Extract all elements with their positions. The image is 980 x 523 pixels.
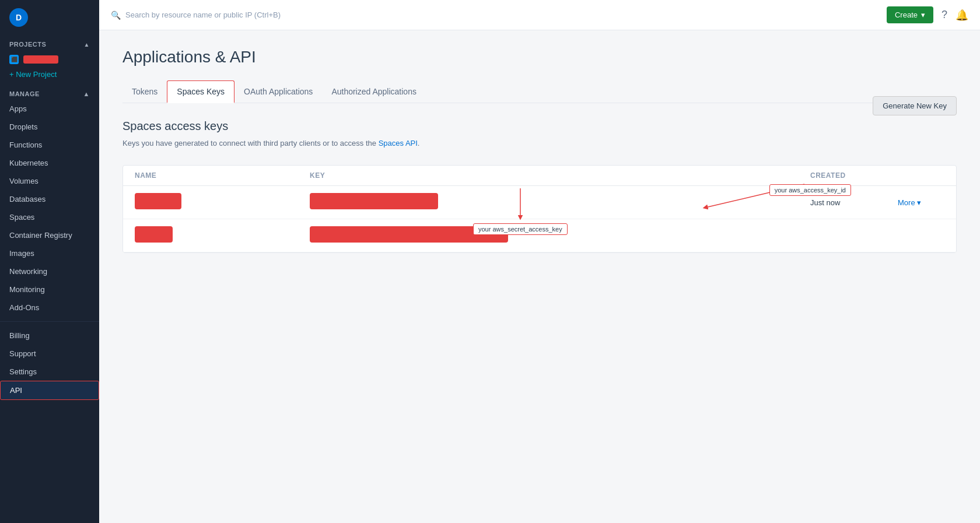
sidebar-divider [0, 321, 99, 322]
table-row [123, 219, 956, 252]
page-title: Applications & API [123, 48, 957, 66]
sidebar-item-container-registry[interactable]: Container Registry [0, 226, 99, 244]
row2-key-cell [310, 226, 810, 245]
search-icon: 🔍 [111, 10, 121, 20]
sidebar-item-monitoring[interactable]: Monitoring [0, 280, 99, 299]
row1-more-button[interactable]: More ▾ [898, 198, 944, 207]
notification-icon[interactable]: 🔔 [956, 9, 968, 22]
help-icon[interactable]: ? [942, 9, 947, 21]
sidebar-item-images[interactable]: Images [0, 244, 99, 262]
spaces-api-link[interactable]: Spaces API [379, 139, 418, 148]
sidebar: D PROJECTS ▲ ⬛ + New Project MANAGE ▲ Ap… [0, 0, 99, 523]
keys-table: Name Key Created Just now [123, 165, 957, 253]
row1-key-cell [310, 193, 810, 212]
sidebar-item-settings[interactable]: Settings [0, 363, 99, 381]
section-top: Spaces access keys Keys you have generat… [123, 120, 957, 159]
sidebar-item-functions[interactable]: Functions [0, 136, 99, 154]
row2-name-cell [135, 226, 310, 245]
tab-tokens[interactable]: Tokens [123, 81, 167, 103]
generate-new-key-button[interactable]: Generate New Key [873, 96, 957, 115]
manage-section-header: MANAGE ▲ [0, 85, 99, 100]
tab-oauth-applications[interactable]: OAuth Applications [235, 81, 322, 103]
chevron-down-icon: ▾ [921, 10, 925, 19]
column-header-actions [898, 171, 944, 180]
row2-name-redacted [135, 226, 173, 243]
topbar: 🔍 Search by resource name or public IP (… [99, 0, 980, 30]
project-icon: ⬛ [9, 55, 19, 64]
search-bar: 🔍 Search by resource name or public IP (… [111, 10, 880, 20]
manage-chevron-icon: ▲ [83, 90, 90, 97]
tab-spaces-keys[interactable]: Spaces Keys [167, 80, 235, 103]
sidebar-item-add-ons[interactable]: Add-Ons [0, 299, 99, 317]
sidebar-item-volumes[interactable]: Volumes [0, 172, 99, 190]
chevron-down-icon: ▾ [917, 198, 921, 207]
new-project-button[interactable]: + New Project [0, 68, 99, 85]
sidebar-item-kubernetes[interactable]: Kubernetes [0, 154, 99, 172]
sidebar-item-billing[interactable]: Billing [0, 327, 99, 345]
tab-authorized-applications[interactable]: Authorized Applications [322, 81, 426, 103]
logo-icon[interactable]: D [9, 8, 28, 27]
section-description: Keys you have generated to connect with … [123, 139, 957, 148]
content: Applications & API Tokens Spaces Keys OA… [99, 30, 980, 523]
table-header: Name Key Created [123, 166, 956, 186]
project-name-redacted [23, 55, 58, 64]
column-header-created: Created [810, 171, 898, 180]
project-item[interactable]: ⬛ [0, 51, 99, 68]
row1-created-cell: Just now [810, 197, 898, 208]
row1-name-redacted [135, 193, 181, 209]
main-wrapper: 🔍 Search by resource name or public IP (… [99, 0, 980, 523]
column-header-key: Key [310, 171, 810, 180]
row2-key-redacted [310, 226, 508, 243]
sidebar-item-spaces[interactable]: Spaces [0, 208, 99, 226]
projects-section-header: PROJECTS ▲ [0, 35, 99, 51]
sidebar-item-support[interactable]: Support [0, 345, 99, 363]
projects-chevron-icon: ▲ [84, 41, 90, 48]
tabs: Tokens Spaces Keys OAuth Applications Au… [123, 80, 957, 103]
sidebar-item-databases[interactable]: Databases [0, 190, 99, 208]
sidebar-item-api[interactable]: API [0, 381, 99, 400]
sidebar-item-droplets[interactable]: Droplets [0, 118, 99, 136]
row1-key-redacted [310, 193, 438, 209]
sidebar-item-networking[interactable]: Networking [0, 262, 99, 280]
table-row: Just now More ▾ [123, 186, 956, 219]
topbar-actions: Create ▾ ? 🔔 [887, 6, 968, 23]
create-button[interactable]: Create ▾ [887, 6, 933, 23]
sidebar-logo: D [0, 0, 99, 35]
section-title: Spaces access keys [123, 120, 957, 133]
sidebar-item-apps[interactable]: Apps [0, 100, 99, 118]
section-left: Spaces access keys Keys you have generat… [123, 120, 957, 159]
row1-actions-cell: More ▾ [898, 198, 944, 207]
column-header-name: Name [135, 171, 310, 180]
row1-name-cell [135, 193, 310, 212]
